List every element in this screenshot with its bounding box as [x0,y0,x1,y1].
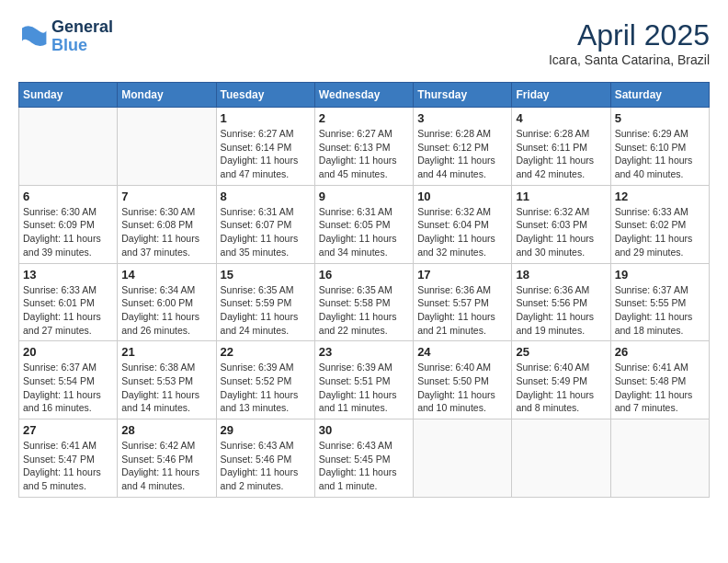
day-info: Sunrise: 6:37 AM Sunset: 5:54 PM Dayligh… [23,361,113,415]
calendar-cell: 11Sunrise: 6:32 AM Sunset: 6:03 PM Dayli… [512,185,610,263]
logo-icon [18,22,48,52]
calendar-cell [118,108,216,186]
calendar-cell [414,419,512,498]
day-number: 13 [23,268,113,282]
calendar-week-row: 6Sunrise: 6:30 AM Sunset: 6:09 PM Daylig… [19,185,710,263]
calendar-cell: 29Sunrise: 6:43 AM Sunset: 5:46 PM Dayli… [216,419,314,498]
calendar-cell: 20Sunrise: 6:37 AM Sunset: 5:54 PM Dayli… [19,341,118,419]
day-number: 25 [516,345,606,359]
day-number: 17 [417,268,507,282]
day-info: Sunrise: 6:36 AM Sunset: 5:56 PM Dayligh… [516,283,606,338]
location-subtitle: Icara, Santa Catarina, Brazil [549,52,710,67]
calendar-cell: 6Sunrise: 6:30 AM Sunset: 6:09 PM Daylig… [19,185,118,263]
day-info: Sunrise: 6:37 AM Sunset: 5:55 PM Dayligh… [615,283,705,338]
day-info: Sunrise: 6:36 AM Sunset: 5:57 PM Dayligh… [417,283,507,338]
calendar-cell: 3Sunrise: 6:28 AM Sunset: 6:12 PM Daylig… [414,108,512,186]
month-title: April 2025 [549,18,710,52]
calendar-cell: 14Sunrise: 6:34 AM Sunset: 6:00 PM Dayli… [118,263,216,341]
day-number: 3 [417,111,507,125]
calendar-cell: 2Sunrise: 6:27 AM Sunset: 6:13 PM Daylig… [314,108,413,186]
day-info: Sunrise: 6:28 AM Sunset: 6:11 PM Dayligh… [516,127,606,181]
day-number: 4 [516,111,606,125]
day-number: 19 [615,268,705,282]
calendar-week-row: 1Sunrise: 6:27 AM Sunset: 6:14 PM Daylig… [19,108,710,186]
day-info: Sunrise: 6:27 AM Sunset: 6:14 PM Dayligh… [221,127,311,181]
day-info: Sunrise: 6:39 AM Sunset: 5:52 PM Dayligh… [221,361,311,415]
day-info: Sunrise: 6:35 AM Sunset: 5:58 PM Dayligh… [319,283,409,338]
calendar-cell [512,419,610,498]
day-info: Sunrise: 6:32 AM Sunset: 6:04 PM Dayligh… [417,205,507,259]
day-info: Sunrise: 6:30 AM Sunset: 6:09 PM Dayligh… [23,205,113,259]
calendar-cell [610,419,709,498]
calendar-cell: 18Sunrise: 6:36 AM Sunset: 5:56 PM Dayli… [512,263,610,341]
calendar-cell: 4Sunrise: 6:28 AM Sunset: 6:11 PM Daylig… [512,108,610,186]
day-info: Sunrise: 6:28 AM Sunset: 6:12 PM Dayligh… [417,127,507,181]
calendar-week-row: 13Sunrise: 6:33 AM Sunset: 6:01 PM Dayli… [19,263,710,341]
logo-name-line2: Blue [51,37,113,55]
calendar-cell: 9Sunrise: 6:31 AM Sunset: 6:05 PM Daylig… [314,185,413,263]
logo-name-line1: General [51,18,113,37]
logo: General Blue [18,18,113,55]
day-number: 15 [221,268,311,282]
calendar-cell: 10Sunrise: 6:32 AM Sunset: 6:04 PM Dayli… [414,185,512,263]
day-number: 9 [319,190,409,203]
day-number: 23 [319,345,409,359]
calendar-cell: 16Sunrise: 6:35 AM Sunset: 5:58 PM Dayli… [314,263,413,341]
calendar-cell: 26Sunrise: 6:41 AM Sunset: 5:48 PM Dayli… [610,341,709,419]
day-info: Sunrise: 6:29 AM Sunset: 6:10 PM Dayligh… [615,127,705,181]
day-number: 20 [23,345,113,359]
col-tuesday: Tuesday [216,83,314,108]
calendar-cell: 5Sunrise: 6:29 AM Sunset: 6:10 PM Daylig… [610,108,709,186]
day-number: 21 [121,345,211,359]
day-number: 28 [121,423,211,437]
day-number: 30 [319,423,409,437]
day-number: 2 [319,111,409,125]
day-number: 29 [221,423,311,437]
calendar-cell: 28Sunrise: 6:42 AM Sunset: 5:46 PM Dayli… [118,419,216,498]
calendar-cell: 12Sunrise: 6:33 AM Sunset: 6:02 PM Dayli… [610,185,709,263]
day-info: Sunrise: 6:41 AM Sunset: 5:48 PM Dayligh… [615,361,705,415]
calendar-cell: 13Sunrise: 6:33 AM Sunset: 6:01 PM Dayli… [19,263,118,341]
calendar-cell: 27Sunrise: 6:41 AM Sunset: 5:47 PM Dayli… [19,419,118,498]
calendar-table: Sunday Monday Tuesday Wednesday Thursday… [18,82,710,498]
day-number: 10 [417,190,507,203]
calendar-header-row: Sunday Monday Tuesday Wednesday Thursday… [19,83,710,108]
day-info: Sunrise: 6:31 AM Sunset: 6:05 PM Dayligh… [319,205,409,259]
col-thursday: Thursday [414,83,512,108]
calendar-cell: 15Sunrise: 6:35 AM Sunset: 5:59 PM Dayli… [216,263,314,341]
day-info: Sunrise: 6:42 AM Sunset: 5:46 PM Dayligh… [121,439,211,493]
day-number: 22 [221,345,311,359]
calendar-cell: 19Sunrise: 6:37 AM Sunset: 5:55 PM Dayli… [610,263,709,341]
day-number: 6 [23,190,113,203]
calendar-cell: 17Sunrise: 6:36 AM Sunset: 5:57 PM Dayli… [414,263,512,341]
day-info: Sunrise: 6:34 AM Sunset: 6:00 PM Dayligh… [121,283,211,338]
day-info: Sunrise: 6:41 AM Sunset: 5:47 PM Dayligh… [23,439,113,493]
day-info: Sunrise: 6:40 AM Sunset: 5:49 PM Dayligh… [516,361,606,415]
calendar-cell: 25Sunrise: 6:40 AM Sunset: 5:49 PM Dayli… [512,341,610,419]
day-number: 26 [615,345,705,359]
day-number: 11 [516,190,606,203]
col-monday: Monday [118,83,216,108]
day-number: 1 [221,111,311,125]
day-info: Sunrise: 6:40 AM Sunset: 5:50 PM Dayligh… [417,361,507,415]
title-area: April 2025 Icara, Santa Catarina, Brazil [549,18,710,67]
day-info: Sunrise: 6:27 AM Sunset: 6:13 PM Dayligh… [319,127,409,181]
day-number: 18 [516,268,606,282]
col-friday: Friday [512,83,610,108]
day-number: 27 [23,423,113,437]
day-info: Sunrise: 6:35 AM Sunset: 5:59 PM Dayligh… [221,283,311,338]
day-number: 24 [417,345,507,359]
calendar-cell: 24Sunrise: 6:40 AM Sunset: 5:50 PM Dayli… [414,341,512,419]
day-number: 5 [615,111,705,125]
day-info: Sunrise: 6:30 AM Sunset: 6:08 PM Dayligh… [121,205,211,259]
col-wednesday: Wednesday [314,83,413,108]
calendar-cell: 7Sunrise: 6:30 AM Sunset: 6:08 PM Daylig… [118,185,216,263]
day-info: Sunrise: 6:43 AM Sunset: 5:46 PM Dayligh… [221,439,311,493]
calendar-cell: 8Sunrise: 6:31 AM Sunset: 6:07 PM Daylig… [216,185,314,263]
calendar-cell [19,108,118,186]
col-sunday: Sunday [19,83,118,108]
calendar-cell: 22Sunrise: 6:39 AM Sunset: 5:52 PM Dayli… [216,341,314,419]
page-header: General Blue April 2025 Icara, Santa Cat… [18,18,710,67]
day-info: Sunrise: 6:38 AM Sunset: 5:53 PM Dayligh… [121,361,211,415]
day-number: 16 [319,268,409,282]
